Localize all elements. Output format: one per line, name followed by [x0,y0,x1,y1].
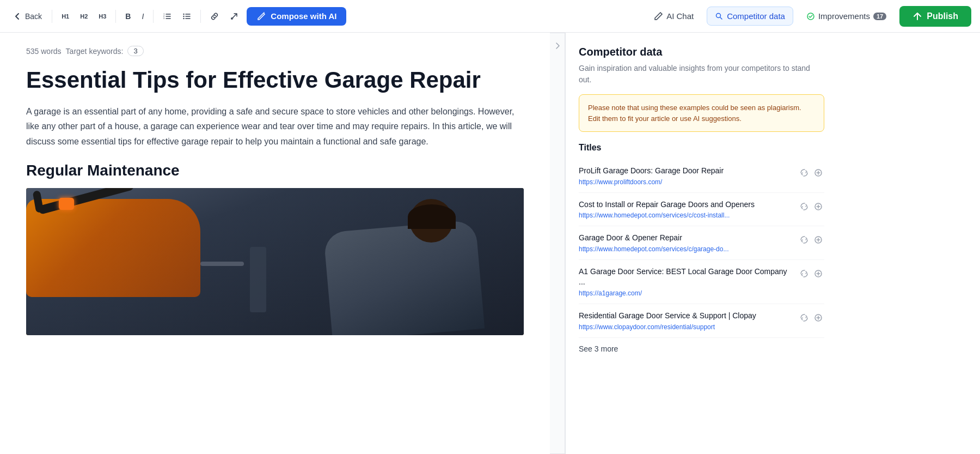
competitor-item-title: ProLift Garage Doors: Garage Door Repair [579,166,794,177]
bold-button[interactable]: B [121,9,134,23]
warning-text: Please note that using these examples co… [588,102,815,124]
competitor-item-actions [798,201,824,213]
competitor-item-url[interactable]: https://www.homedepot.com/services/c/gar… [579,245,794,253]
link-icon [210,12,219,21]
see-more-button[interactable]: See 3 more [579,338,618,360]
competitor-item-title: Cost to Install or Repair Garage Doors a… [579,199,794,210]
h1-button[interactable]: H1 [58,10,73,22]
svg-point-12 [716,13,721,17]
article-image [26,188,524,335]
sidebar: Competitor data Gain inspiration and val… [565,33,837,454]
compose-ai-button[interactable]: Compose with AI [247,7,346,26]
clear-format-button[interactable] [226,9,242,23]
competitor-item-url[interactable]: https://www.clopaydoor.com/residential/s… [579,323,794,331]
improvements-badge: 17 [873,13,886,20]
competitor-replace-button[interactable] [798,268,810,280]
sidebar-subtitle: Gain inspiration and valuable insights f… [579,63,824,86]
back-button[interactable]: Back [9,9,46,24]
editor-area[interactable]: 535 words Target keywords: 3 Essential T… [0,33,550,454]
competitor-item-title: Garage Door & Opener Repair [579,233,794,244]
add-icon [814,235,823,244]
competitor-item-title: A1 Garage Door Service: BEST Local Garag… [579,267,794,288]
divider-2 [115,10,116,23]
h3-button[interactable]: H3 [95,10,110,22]
divider-3 [153,10,154,23]
replace-icon [800,202,808,211]
competitor-item-actions [798,234,824,246]
target-keywords-label: Target keywords: [66,47,124,56]
competitor-item: Residential Garage Door Service & Suppor… [579,304,824,338]
replace-icon [800,269,808,278]
competitor-add-button[interactable] [812,201,824,213]
italic-button[interactable]: I [138,9,148,23]
collapse-toggle[interactable] [550,33,565,454]
divider-4 [200,10,201,23]
competitor-item-content: A1 Garage Door Service: BEST Local Garag… [579,267,794,297]
competitor-item: A1 Garage Door Service: BEST Local Garag… [579,260,824,304]
competitor-add-button[interactable] [812,312,824,324]
keywords-badge[interactable]: 3 [127,46,143,56]
improvements-icon [806,12,815,21]
publish-icon [912,11,922,21]
add-icon [814,269,823,278]
link-button[interactable] [206,9,223,23]
doc-meta: 535 words Target keywords: 3 [26,46,524,56]
toolbar-right: AI Chat Competitor data Improvements 17 … [646,6,971,27]
competitor-replace-button[interactable] [798,234,810,246]
add-icon [814,202,823,211]
competitor-data-button[interactable]: Competitor data [707,7,793,26]
ordered-list-icon: 1 2 3 [163,12,171,21]
article-image-bg [26,188,524,335]
toolbar-left: Back H1 H2 H3 B I 1 2 3 [9,9,242,24]
warning-box: Please note that using these examples co… [579,94,824,132]
publish-button[interactable]: Publish [899,6,971,27]
pencil-icon [654,11,663,21]
competitor-item-url[interactable]: https://a1garage.com/ [579,289,794,297]
competitor-list: ProLift Garage Doors: Garage Door Repair… [579,159,824,338]
section-label: Titles [579,143,824,153]
competitor-item-url[interactable]: https://www.homedepot.com/services/c/cos… [579,211,794,219]
arrow-left-icon [13,12,22,21]
competitor-item-content: Residential Garage Door Service & Suppor… [579,311,794,331]
ordered-list-button[interactable]: 1 2 3 [159,9,175,23]
svg-point-9 [183,13,185,14]
improvements-button[interactable]: Improvements 17 [799,7,894,25]
article-intro[interactable]: A garage is an essential part of any hom… [26,104,524,149]
competitor-add-button[interactable] [812,268,824,280]
competitor-replace-button[interactable] [798,167,810,179]
compose-ai-icon [256,11,266,21]
competitor-item: ProLift Garage Doors: Garage Door Repair… [579,159,824,193]
add-icon [814,168,823,177]
competitor-item-content: ProLift Garage Doors: Garage Door Repair… [579,166,794,186]
competitor-item-actions [798,312,824,324]
competitor-item: Garage Door & Opener Repair https://www.… [579,226,824,260]
main-content: 535 words Target keywords: 3 Essential T… [0,33,980,454]
competitor-add-button[interactable] [812,167,824,179]
word-count: 535 words [26,47,62,56]
competitor-item-actions [798,268,824,280]
sidebar-title: Competitor data [579,46,824,58]
competitor-replace-button[interactable] [798,201,810,213]
unordered-list-icon [182,12,191,21]
svg-text:3: 3 [163,17,165,20]
svg-point-10 [183,15,185,16]
unordered-list-button[interactable] [179,9,195,23]
svg-point-11 [183,17,185,19]
search-icon [715,12,724,21]
h2-button[interactable]: H2 [76,10,91,22]
back-label: Back [25,12,42,21]
competitor-add-button[interactable] [812,234,824,246]
replace-icon [800,313,808,322]
competitor-item-content: Cost to Install or Repair Garage Doors a… [579,199,794,220]
competitor-item: Cost to Install or Repair Garage Doors a… [579,193,824,227]
competitor-item-title: Residential Garage Door Service & Suppor… [579,311,794,322]
competitor-item-content: Garage Door & Opener Repair https://www.… [579,233,794,253]
clear-format-icon [230,12,238,21]
ai-chat-button[interactable]: AI Chat [646,7,701,25]
article-h2[interactable]: Regular Maintenance [26,162,524,179]
competitor-item-url[interactable]: https://www.proliftdoors.com/ [579,178,794,186]
replace-icon [800,235,808,244]
toolbar: Back H1 H2 H3 B I 1 2 3 [0,0,980,33]
article-title[interactable]: Essential Tips for Effective Garage Repa… [26,67,524,93]
competitor-replace-button[interactable] [798,312,810,324]
